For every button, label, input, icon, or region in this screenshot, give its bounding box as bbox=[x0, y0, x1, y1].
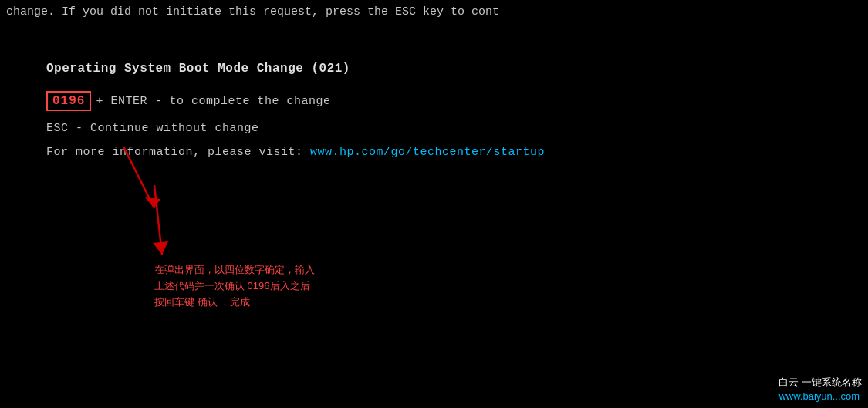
top-line1: change. If you did not initiate this req… bbox=[6, 0, 862, 25]
svg-marker-3 bbox=[153, 241, 168, 255]
annotation-line2: 上述代码并一次确认 0196后入之后 bbox=[154, 278, 315, 295]
annotation-line1: 在弹出界面，以四位数字确定，输入 bbox=[154, 262, 315, 278]
code-instruction: + ENTER - to complete the change bbox=[96, 95, 330, 108]
info-url: www.hp.com/go/techcenter/startup bbox=[310, 146, 545, 159]
chinese-annotation: 在弹出界面，以四位数字确定，输入 上述代码并一次确认 0196后入之后 按回车键… bbox=[154, 262, 315, 310]
svg-line-2 bbox=[154, 185, 162, 255]
info-label: For more information, please visit: bbox=[46, 146, 310, 159]
watermark: 白云 一键系统名称 www.baiyun...com bbox=[778, 376, 862, 403]
annotation-line3: 按回车键 确认 ，完成 bbox=[154, 295, 315, 311]
info-line: For more information, please visit: www.… bbox=[46, 146, 837, 159]
bios-screen: change. If you did not initiate this req… bbox=[0, 0, 868, 408]
code-line: 0196 + ENTER - to complete the change bbox=[46, 91, 837, 111]
esc-line: ESC - Continue without change bbox=[46, 122, 837, 135]
watermark-url: www.baiyun...com bbox=[778, 389, 862, 403]
svg-marker-1 bbox=[145, 197, 160, 208]
top-partial-text: change. If you did not initiate this req… bbox=[0, 0, 868, 51]
main-content: Operating System Boot Mode Change (021) … bbox=[46, 62, 837, 170]
watermark-line1: 白云 一键系统名称 bbox=[778, 376, 862, 389]
boot-mode-title: Operating System Boot Mode Change (021) bbox=[46, 62, 837, 76]
code-box: 0196 bbox=[46, 91, 91, 111]
